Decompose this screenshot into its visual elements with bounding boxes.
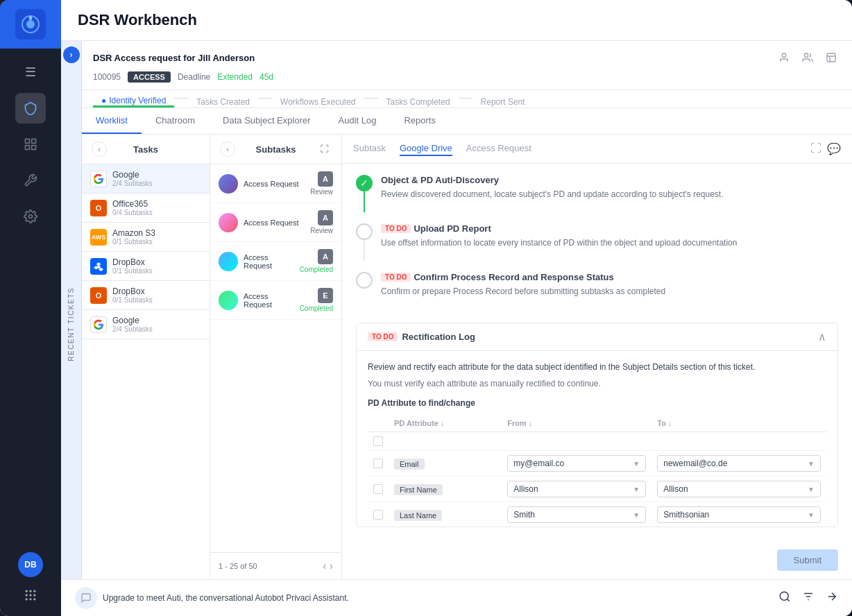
subtask-item-1[interactable]: Access Request A Review xyxy=(210,164,341,203)
row3-attr-badge: Last Name xyxy=(394,510,442,521)
task-sub-dropbox-2: 0/1 Subtasks xyxy=(112,296,153,304)
sidebar-item-dashboard[interactable] xyxy=(15,129,46,160)
row1-from-select[interactable]: my@email.co ▼ xyxy=(507,455,646,472)
pd-table: PD Attribute ↓ From ↓ To ↓ xyxy=(368,415,826,527)
sidebar-item-tools[interactable] xyxy=(15,165,46,196)
task-sub-dropbox-1: 0/1 Subtasks xyxy=(112,267,153,275)
rectification-todo-badge: TO DO xyxy=(368,332,398,341)
comment-detail-icon[interactable]: 💬 xyxy=(827,142,841,155)
subtasks-prev-btn[interactable]: ‹ xyxy=(323,560,326,572)
row3-to-arrow: ▼ xyxy=(808,511,815,519)
rectification-section: TO DO Rectification Log ∧ Review and rec… xyxy=(356,323,838,527)
tab-audit-log[interactable]: Audit Log xyxy=(325,108,391,134)
row1-attr: Email xyxy=(389,451,502,477)
apps-icon[interactable] xyxy=(18,583,43,608)
task-item-google-1[interactable]: Google 2/4 Subtasks xyxy=(82,164,210,194)
detail-header: Subtask Google Drive Access Request ⛶ 💬 xyxy=(342,135,852,164)
progress-tab-sent[interactable]: Report Sent xyxy=(472,92,534,107)
row2-from: Allison ▼ xyxy=(502,477,651,502)
task-detail-content-2: TO DO Upload PD Report Use offset inform… xyxy=(381,223,737,249)
row2-to-arrow: ▼ xyxy=(808,486,815,493)
subtasks-nav-back[interactable]: ‹ xyxy=(220,142,235,157)
subtask-item-4[interactable]: Access Request E Completed xyxy=(210,281,341,320)
task-item-dropbox-2[interactable]: O DropBox 0/1 Subtasks xyxy=(82,281,210,310)
row2-checkbox[interactable] xyxy=(373,484,383,494)
top-header: DSR Workbench xyxy=(61,0,852,41)
subtasks-next-btn[interactable]: › xyxy=(330,560,333,572)
deadline-days: 45d xyxy=(259,72,273,82)
row1-check xyxy=(368,451,389,477)
task-item-office[interactable]: O Office365 0/4 Subtasks xyxy=(82,194,210,223)
fullscreen-detail-icon[interactable]: ⛶ xyxy=(810,142,821,155)
menu-button[interactable]: ☰ xyxy=(15,57,46,87)
task-item-google-2[interactable]: Google 2/4 Subtasks xyxy=(82,310,210,339)
fullscreen-icon[interactable]: ⛶ xyxy=(316,142,332,157)
user-avatar[interactable]: DB xyxy=(18,552,43,577)
sidebar-item-shield[interactable] xyxy=(15,93,46,123)
detail-tab-subtask[interactable]: Subtask xyxy=(353,142,386,156)
detail-tab-access[interactable]: Access Request xyxy=(466,142,531,156)
subtask-item-3[interactable]: Access Request A Completed xyxy=(210,242,341,281)
task-item-dropbox-1[interactable]: DropBox 0/1 Subtasks xyxy=(82,252,210,281)
subtasks-footer: 1 - 25 of 50 ‹ › xyxy=(210,552,341,579)
progress-tab-workflows[interactable]: Workflows Executed xyxy=(272,92,364,107)
subtask-status-1: Review xyxy=(310,188,333,196)
expand-tickets-btn[interactable]: › xyxy=(63,46,80,63)
submit-button[interactable]: Submit xyxy=(777,549,838,571)
header-row-check xyxy=(368,432,389,451)
progress-line-3 xyxy=(364,98,378,99)
task-item-aws[interactable]: AWS Amazon S3 0/1 Subtasks xyxy=(82,223,210,252)
subtask-status-3: Completed xyxy=(300,266,333,273)
ticket-title: DSR Access request for Jill Anderson xyxy=(93,53,255,63)
header-to-cell xyxy=(651,432,826,451)
sidebar-item-settings[interactable] xyxy=(15,201,46,232)
header-checkbox[interactable] xyxy=(373,436,383,446)
dropbox-icon-1 xyxy=(90,258,107,275)
row3-checkbox[interactable] xyxy=(373,510,383,520)
svg-point-22 xyxy=(780,592,788,600)
tab-reports[interactable]: Reports xyxy=(390,108,450,134)
office-icon-2: O xyxy=(90,287,107,304)
arrow-bottom-icon[interactable] xyxy=(826,590,838,606)
recent-tickets-label: RECENT TICKETS xyxy=(67,287,75,361)
collapse-rectification-btn[interactable]: ∧ xyxy=(818,330,826,343)
row2-from-select[interactable]: Allison ▼ xyxy=(507,481,646,497)
recent-tickets-tab[interactable]: › RECENT TICKETS xyxy=(61,41,82,579)
detail-tabs: Subtask Google Drive Access Request xyxy=(353,142,531,156)
row2-to-select[interactable]: Allison ▼ xyxy=(657,481,821,497)
subtask-avatar-1 xyxy=(219,174,238,194)
svg-rect-19 xyxy=(827,53,835,62)
row3-to-select[interactable]: Smithsonian ▼ xyxy=(657,506,821,523)
tab-data-subject[interactable]: Data Subject Explorer xyxy=(209,108,324,134)
task-detail-item-3: TO DO Confirm Process Record and Respons… xyxy=(356,272,838,298)
row3-from-select[interactable]: Smith ▼ xyxy=(507,506,646,523)
users-icon-btn[interactable] xyxy=(798,48,817,67)
bottom-left: Upgrade to meet Auti, the conversational… xyxy=(75,587,349,609)
search-bottom-icon[interactable] xyxy=(778,590,791,606)
row1-to-select[interactable]: newemail@co.de ▼ xyxy=(657,455,821,472)
row3-from-arrow: ▼ xyxy=(633,511,640,519)
progress-tab-created[interactable]: Tasks Created xyxy=(188,92,258,107)
row3-check xyxy=(368,502,389,528)
tasks-nav-back[interactable]: ‹ xyxy=(92,142,107,157)
svg-point-9 xyxy=(29,590,31,592)
tab-chatroom[interactable]: Chatroom xyxy=(142,108,209,134)
person-icon-btn[interactable] xyxy=(774,48,794,67)
progress-tab-completed[interactable]: Tasks Completed xyxy=(378,92,459,107)
row2-attr-badge: First Name xyxy=(394,484,443,495)
content-area: › RECENT TICKETS DSR Access request for … xyxy=(61,41,852,579)
task-detail-desc-3: Confirm or prepare Process Record before… xyxy=(381,285,665,298)
row1-checkbox[interactable] xyxy=(373,459,383,468)
subtask-badge-2: A xyxy=(318,210,333,225)
progress-tab-verified[interactable]: ● Identity Verified xyxy=(93,90,174,108)
sidebar: ☰ DB xyxy=(0,0,61,616)
svg-point-18 xyxy=(804,53,808,57)
tab-worklist[interactable]: Worklist xyxy=(82,108,142,134)
detail-tab-google[interactable]: Google Drive xyxy=(400,142,452,156)
svg-rect-5 xyxy=(26,146,30,150)
main-content: DSR Workbench › RECENT TICKETS DSR Ac xyxy=(61,0,852,616)
document-icon-btn[interactable] xyxy=(821,48,841,67)
subtask-item-2[interactable]: Access Request A Review xyxy=(210,203,341,242)
filter-bottom-icon[interactable] xyxy=(802,590,815,606)
sidebar-nav: ☰ xyxy=(15,49,46,544)
